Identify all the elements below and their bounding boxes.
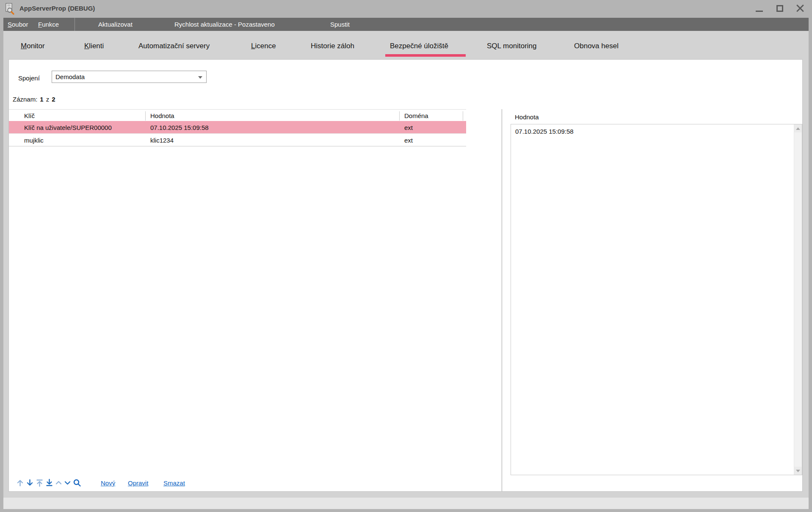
key-table: Klíč Hodnota Doména Klíč na uživatele/SU… bbox=[9, 109, 466, 146]
chevron-down-icon bbox=[198, 76, 202, 79]
record-label: Záznam: bbox=[13, 96, 37, 103]
edit-link[interactable]: Opravit bbox=[128, 479, 148, 487]
maximize-button[interactable] bbox=[775, 3, 785, 14]
connection-label: Spojení bbox=[18, 74, 40, 82]
record-current: 1 bbox=[40, 96, 43, 103]
detail-header-label: Hodnota bbox=[515, 113, 539, 121]
column-divider bbox=[463, 111, 463, 121]
scroll-up-button[interactable] bbox=[794, 124, 802, 132]
tab-licence[interactable]: Licence bbox=[251, 42, 276, 50]
menu-spustit[interactable]: Spustit bbox=[330, 18, 350, 31]
tab-obnova-hesel[interactable]: Obnova hesel bbox=[574, 42, 619, 50]
tab-sql-monitoring[interactable]: SQL monitoring bbox=[487, 42, 536, 50]
table-row[interactable]: mujklic klic1234 ext bbox=[9, 134, 466, 146]
arrow-to-top-icon[interactable] bbox=[35, 478, 44, 487]
active-tab-underline bbox=[385, 54, 466, 57]
search-icon[interactable] bbox=[72, 478, 82, 487]
menu-soubor[interactable]: Soubor bbox=[8, 18, 28, 31]
app-icon bbox=[4, 3, 16, 15]
tab-bezpecne-uloziste[interactable]: Bezpečné úložiště bbox=[390, 42, 448, 50]
menu-funkce[interactable]: Funkce bbox=[38, 18, 59, 31]
menubar-separator bbox=[75, 18, 75, 31]
title-bar: AppServerProp (DEBUG) bbox=[0, 0, 812, 18]
column-header-klic[interactable]: Klíč bbox=[24, 112, 35, 119]
new-link[interactable]: Nový bbox=[101, 479, 115, 487]
menu-bar: Soubor Funkce Aktualizovat Rychlost aktu… bbox=[3, 18, 809, 31]
table-header: Klíč Hodnota Doména bbox=[9, 109, 466, 121]
cell-klic: mujklic bbox=[24, 137, 44, 144]
column-header-hodnota[interactable]: Hodnota bbox=[150, 112, 174, 119]
tab-historie-zaloh[interactable]: Historie záloh bbox=[311, 42, 354, 50]
cell-klic: Klíč na uživatele/SUPER00000 bbox=[24, 124, 112, 131]
record-separator: z bbox=[46, 96, 50, 103]
menu-rychlost-aktualizace[interactable]: Rychlost aktualizace - Pozastaveno bbox=[174, 18, 275, 31]
chevron-up-icon[interactable] bbox=[55, 478, 63, 487]
connection-selected-value: Demodata bbox=[55, 73, 85, 80]
window-title: AppServerProp (DEBUG) bbox=[19, 5, 95, 12]
cell-hodnota: 07.10.2025 15:09:58 bbox=[150, 124, 209, 131]
value-textarea[interactable]: 07.10.2025 15:09:58 bbox=[511, 124, 802, 475]
arrow-down-icon[interactable] bbox=[25, 478, 34, 487]
scroll-down-icon bbox=[796, 470, 800, 472]
tab-strip: Monitor Klienti Automatizační servery Li… bbox=[3, 31, 809, 59]
menu-aktualizovat[interactable]: Aktualizovat bbox=[98, 18, 133, 31]
column-divider bbox=[145, 111, 146, 121]
record-counter: Záznam:1z2 bbox=[13, 96, 55, 103]
tab-klienti[interactable]: Klienti bbox=[84, 42, 104, 50]
column-divider bbox=[399, 111, 400, 121]
cell-hodnota: klic1234 bbox=[150, 137, 174, 144]
delete-link[interactable]: Smazat bbox=[163, 479, 185, 487]
column-header-domena[interactable]: Doména bbox=[404, 112, 428, 119]
cell-domena: ext bbox=[404, 124, 413, 131]
minimize-button[interactable] bbox=[754, 3, 765, 14]
table-row[interactable]: Klíč na uživatele/SUPER00000 07.10.2025 … bbox=[9, 121, 466, 134]
close-button[interactable] bbox=[795, 3, 805, 14]
connection-select[interactable]: Demodata bbox=[52, 71, 207, 83]
arrow-to-bottom-icon[interactable] bbox=[45, 478, 54, 487]
cell-domena: ext bbox=[404, 137, 413, 144]
value-text: 07.10.2025 15:09:58 bbox=[511, 124, 793, 475]
window-controls bbox=[754, 3, 805, 14]
tab-automatizacni-servery[interactable]: Automatizační servery bbox=[138, 42, 210, 50]
main-panel: Spojení Demodata Záznam:1z2 Klíč Hodnota… bbox=[8, 59, 803, 492]
status-bar bbox=[3, 498, 809, 509]
record-total: 2 bbox=[52, 96, 55, 103]
arrow-up-icon[interactable] bbox=[16, 478, 25, 487]
scroll-down-button[interactable] bbox=[794, 467, 802, 475]
chevron-down-icon[interactable] bbox=[64, 478, 72, 487]
scroll-up-icon bbox=[796, 127, 800, 130]
tab-monitor[interactable]: Monitor bbox=[21, 42, 45, 50]
client-area: Monitor Klienti Automatizační servery Li… bbox=[3, 31, 809, 498]
record-navigator bbox=[16, 478, 82, 487]
scrollbar[interactable] bbox=[794, 124, 802, 475]
vertical-divider bbox=[502, 109, 502, 491]
